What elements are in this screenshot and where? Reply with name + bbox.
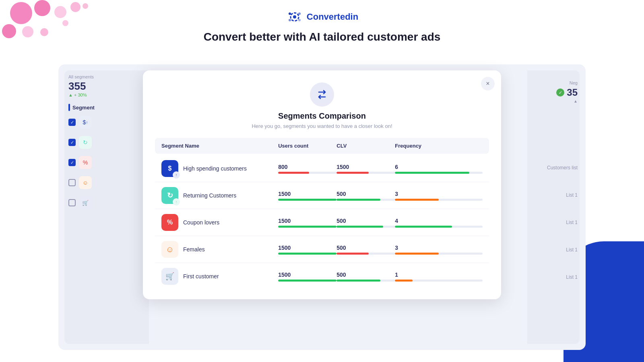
right-list-1: List 1 [529, 192, 578, 198]
users-bar-5 [278, 280, 336, 282]
segment-label-2: Returning Customers [183, 192, 236, 199]
right-trend: ▲ [529, 99, 578, 103]
page-header: Convertedin Convert better with AI tailo… [0, 8, 644, 43]
metric-clv-5: 500 [336, 272, 395, 282]
segment-label-5: First customer [183, 273, 219, 280]
segment-icon-first: 🛒 [161, 268, 178, 285]
sidebar-check-3[interactable]: ✓ [68, 159, 76, 166]
users-bar-fill-4 [278, 253, 336, 255]
segment-name-cell-4: ☺ Females [161, 241, 278, 258]
table-row: ↻ ↑ Returning Customers 1500 500 3 [155, 182, 489, 209]
sidebar-icon-5: 🛒 [79, 196, 92, 209]
sidebar-section-title: Segment [68, 104, 145, 111]
modal-header: Segments Comparison Here you go, segment… [155, 82, 489, 129]
users-bar-3 [278, 226, 336, 228]
users-bar-fill-1 [278, 172, 309, 174]
metric-users-3: 1500 [278, 218, 336, 228]
compare-arrows-icon [316, 88, 328, 101]
svg-point-3 [298, 12, 301, 15]
segment-name-cell-1: $ ↑ High spending customers [161, 160, 278, 177]
segment-icon-high-spending: $ ↑ [161, 160, 178, 177]
segment-name-cell-2: ↻ ↑ Returning Customers [161, 187, 278, 204]
metric-freq-2: 3 [395, 191, 483, 201]
users-bar-fill-5 [278, 280, 336, 282]
table-row: 🛒 First customer 1500 500 1 [155, 263, 489, 290]
sidebar-icon-1: $ ↑ [79, 116, 92, 129]
freq-bar-fill-2 [395, 199, 439, 201]
freq-bar-3 [395, 226, 483, 228]
svg-point-4 [289, 19, 291, 21]
clv-bar-5 [336, 280, 395, 282]
segment-icon-coupon: % [161, 214, 178, 231]
right-list-2: List 1 [529, 220, 578, 225]
clv-bar-2 [336, 199, 395, 201]
users-bar-1 [278, 172, 336, 174]
clv-bar-4 [336, 253, 395, 255]
clv-bar-fill-4 [336, 253, 369, 255]
freq-bar-2 [395, 199, 483, 201]
freq-bar-1 [395, 172, 483, 174]
right-list-3: List 1 [529, 247, 578, 253]
right-panel-value: 35 [567, 87, 578, 98]
metric-freq-4: 3 [395, 245, 483, 255]
sidebar-icon-3: % [79, 156, 92, 169]
th-users-count: Users count [278, 143, 336, 149]
users-bar-fill-3 [278, 226, 336, 228]
page-tagline: Convert better with AI tailored customer… [204, 31, 441, 43]
segments-comparison-modal: × Segments Comparison Here you go, segme… [143, 70, 501, 299]
metric-users-4: 1500 [278, 245, 336, 255]
sidebar-row-5: 🛒 [68, 196, 145, 209]
clv-bar-fill-5 [336, 280, 380, 282]
freq-bar-5 [395, 280, 483, 282]
table-header: Segment Name Users count CLV Frequency [155, 138, 489, 154]
table-row: $ ↑ High spending customers 800 1500 6 [155, 155, 489, 182]
svg-point-5 [298, 19, 301, 21]
segment-label-3: Coupon lovers [183, 219, 219, 226]
sidebar-row-1: ✓ $ ↑ [68, 116, 145, 129]
metric-freq-1: 6 [395, 164, 483, 174]
sidebar-row-3: ✓ % [68, 156, 145, 169]
users-bar-fill-2 [278, 199, 336, 201]
freq-bar-4 [395, 253, 483, 255]
segment-icon-females: ☺ [161, 241, 178, 258]
segment-label-4: Females [183, 246, 205, 253]
clv-bar-fill-1 [336, 172, 369, 174]
modal-close-button[interactable]: × [481, 77, 495, 90]
all-segments-label: All segments [68, 74, 145, 79]
clv-bar-fill-3 [336, 226, 383, 228]
svg-point-1 [293, 15, 296, 19]
users-bar-2 [278, 199, 336, 201]
modal-subtitle: Here you go, segments you wanted to have… [252, 123, 392, 129]
freq-bar-fill-4 [395, 253, 439, 255]
freq-bar-fill-1 [395, 172, 469, 174]
right-check-icon: ✓ [556, 88, 564, 97]
segment-badge-1: ↑ [173, 171, 180, 179]
th-clv: CLV [336, 143, 395, 149]
sidebar-check-5[interactable] [68, 199, 76, 206]
comparison-table: Segment Name Users count CLV Frequency $… [155, 138, 489, 290]
all-segments-value: 355 [68, 80, 145, 93]
metric-users-5: 1500 [278, 272, 336, 282]
metric-clv-4: 500 [336, 245, 395, 255]
freq-bar-fill-3 [395, 226, 452, 228]
th-frequency: Frequency [395, 143, 483, 149]
sidebar-icon-4: ☺ [79, 176, 92, 189]
users-bar-4 [278, 253, 336, 255]
segment-icon-returning: ↻ ↑ [161, 187, 178, 204]
metric-users-2: 1500 [278, 191, 336, 201]
metric-freq-3: 4 [395, 218, 483, 228]
sidebar-check-4[interactable] [68, 179, 76, 186]
segment-name-cell-3: % Coupon lovers [161, 214, 278, 231]
clv-bar-3 [336, 226, 395, 228]
sidebar-check-1[interactable]: ✓ [68, 119, 76, 126]
sidebar-check-2[interactable]: ✓ [68, 139, 76, 146]
logo-text: Convertedin [307, 12, 358, 22]
metric-clv-3: 500 [336, 218, 395, 228]
metric-clv-1: 1500 [336, 164, 395, 174]
segment-label-1: High spending customers [183, 165, 247, 172]
metric-clv-2: 500 [336, 191, 395, 201]
all-segments-growth: ▲ + 30% [68, 93, 145, 97]
metric-users-1: 800 [278, 164, 336, 174]
metric-freq-5: 1 [395, 272, 483, 282]
right-panel-label: Neg [529, 80, 578, 85]
